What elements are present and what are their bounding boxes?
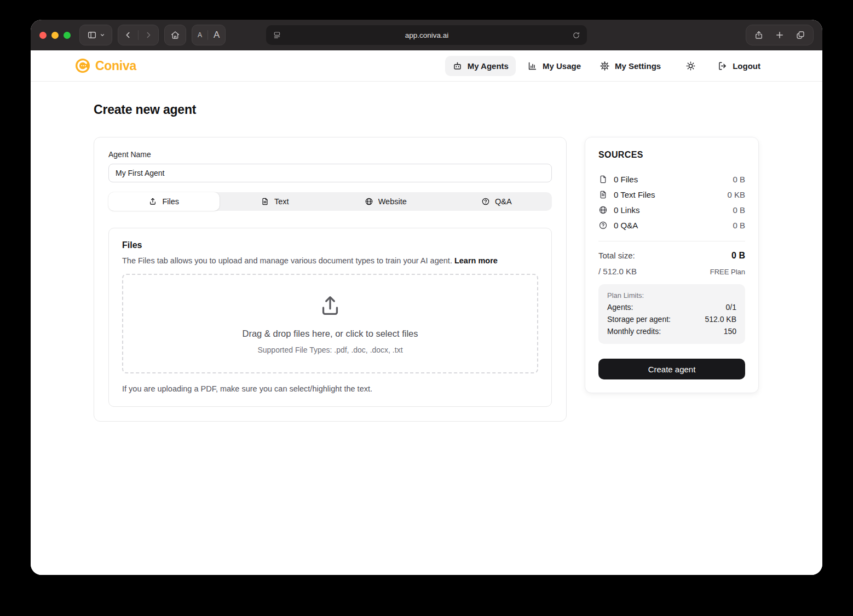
home-button[interactable] [164,25,186,45]
logout-label: Logout [733,61,760,71]
description-text: The Files tab allows you to upload and m… [122,256,454,265]
document-icon [261,197,269,206]
plan-limit-label: Monthly credits: [607,327,661,336]
create-agent-button[interactable]: Create agent [598,359,745,379]
plan-limit-value: 512.0 KB [705,315,736,324]
small-a-label: A [198,31,202,39]
browser-titlebar: A A app.coniva.ai [31,20,822,50]
plan-limit-row-agents: Agents: 0/1 [607,303,736,312]
brand-logo[interactable]: Coniva [75,58,136,73]
share-button[interactable] [750,26,768,44]
plan-limits-box: Plan Limits: Agents: 0/1 Storage per age… [598,284,745,344]
close-window-button[interactable] [39,32,47,39]
pdf-note: If you are uploading a PDF, make sure yo… [122,384,538,393]
files-panel: Files The Files tab allows you to upload… [108,228,552,407]
titlebar-right-buttons [746,25,814,45]
source-label: 0 Text Files [614,190,655,199]
dropzone-main-text: Drag & drop files here, or click to sele… [243,329,418,339]
reader-icon[interactable] [273,31,281,39]
question-icon [481,197,490,206]
tab-label: Q&A [495,197,512,206]
source-label: 0 Files [614,175,638,184]
files-panel-description: The Files tab allows you to upload and m… [122,255,538,266]
logout-button[interactable]: Logout [710,56,768,76]
source-label: 0 Q&A [614,221,638,230]
source-label: 0 Links [614,205,640,215]
file-icon [598,175,608,184]
big-a-label: A [214,30,220,41]
agent-name-input[interactable] [108,164,552,182]
upload-icon [148,197,157,206]
total-size-row: Total size: 0 B [598,251,745,261]
page-title: Create new agent [94,102,759,117]
dropzone-sub-text: Supported File Types: .pdf, .doc, .docx,… [257,346,402,354]
sun-icon [685,61,696,71]
theme-toggle-button[interactable] [680,56,701,76]
source-value: 0 B [733,221,745,230]
files-panel-title: Files [122,240,538,250]
text-file-icon [598,190,608,199]
divider [598,241,745,241]
plan-limit-label: Agents: [607,303,633,312]
tab-label: Files [162,197,179,206]
new-tab-button[interactable] [770,26,789,44]
tab-files[interactable]: Files [108,192,220,211]
source-tabs: Files Text Website [108,192,552,211]
url-text[interactable]: app.coniva.ai [281,31,572,39]
sidebar-icon [87,30,97,40]
nav-label: My Settings [615,61,661,71]
plan-limit-row-storage: Storage per agent: 512.0 KB [607,315,736,324]
tab-label: Text [274,197,289,206]
plan-limits-title: Plan Limits: [607,291,736,300]
decrease-text-size-button[interactable]: A [192,25,208,45]
logout-icon [717,61,728,71]
globe-icon [598,205,608,215]
back-button[interactable] [118,25,138,45]
reload-icon[interactable] [572,31,580,39]
nav-label: My Usage [543,61,581,71]
file-dropzone[interactable]: Drag & drop files here, or click to sele… [122,274,538,373]
tab-overview-button[interactable] [791,26,810,44]
total-size-value: 0 B [731,251,745,261]
quota-label: / 512.0 KB [598,267,637,276]
nav-item-my-agents[interactable]: My Agents [445,56,516,76]
source-row-files: 0 Files 0 B [598,171,745,187]
source-row-links: 0 Links 0 B [598,202,745,217]
upload-icon [318,293,343,319]
address-bar[interactable]: app.coniva.ai [266,25,587,45]
tab-text[interactable]: Text [220,192,331,211]
plan-limit-value: 150 [724,327,736,336]
learn-more-link[interactable]: Learn more [454,256,498,265]
tab-qa[interactable]: Q&A [441,192,552,211]
tab-website[interactable]: Website [330,192,441,211]
source-row-text-files: 0 Text Files 0 KB [598,187,745,202]
nav-item-my-usage[interactable]: My Usage [520,56,588,76]
question-icon [598,221,608,230]
robot-icon [452,61,463,71]
gear-icon [600,61,610,71]
main-content: Create new agent Agent Name Files [31,82,822,575]
forward-button[interactable] [139,25,158,45]
plan-limit-value: 0/1 [726,303,736,312]
total-size-label: Total size: [598,251,635,260]
agent-name-label: Agent Name [108,150,552,159]
home-icon [170,30,180,40]
create-agent-card: Agent Name Files Text [94,137,567,422]
browser-window: A A app.coniva.ai [31,20,822,575]
plan-badge: FREE Plan [710,268,745,276]
minimize-window-button[interactable] [51,32,59,39]
bar-chart-icon [527,61,538,71]
top-nav: My Agents My Usage [445,56,768,76]
app-header: Coniva My Agents My Usage [31,50,822,82]
nav-item-my-settings[interactable]: My Settings [592,56,668,76]
sources-card: SOURCES 0 Files 0 B 0 Text Files 0 KB [585,137,759,393]
tab-label: Website [378,197,407,206]
source-value: 0 B [733,205,745,215]
brand-name: Coniva [95,59,136,73]
source-value: 0 KB [727,190,745,199]
zoom-window-button[interactable] [64,32,71,39]
source-row-qa: 0 Q&A 0 B [598,217,745,233]
sidebar-toggle-button[interactable] [79,25,112,45]
globe-icon [365,197,373,206]
increase-text-size-button[interactable]: A [208,25,225,45]
